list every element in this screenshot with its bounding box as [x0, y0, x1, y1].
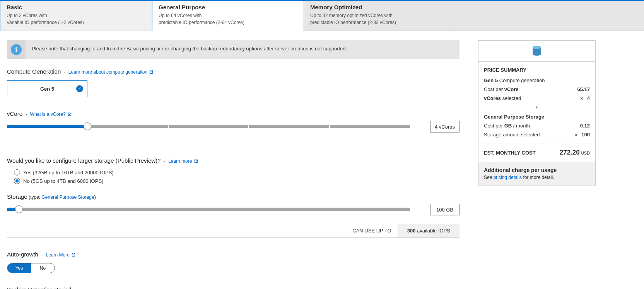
- storage-slider-thumb[interactable]: [15, 205, 23, 213]
- summary-additional-text: See pricing details for more detail.: [484, 175, 590, 180]
- tab-general-line2: predictable IO performance (2-64 vCores): [159, 19, 297, 26]
- vcore-label: vCore: [7, 110, 22, 117]
- summary-total-label: EST. MONTHLY COST: [484, 150, 536, 156]
- vcore-link[interactable]: What is a vCore?: [30, 112, 72, 117]
- info-banner: i Please note that changing to and from …: [7, 40, 460, 59]
- summary-additional-heading: Additional charge per usage: [484, 167, 590, 173]
- pricing-details-link[interactable]: pricing details: [494, 175, 522, 180]
- external-link-icon: [67, 112, 72, 117]
- tab-spacer: [456, 1, 644, 31]
- compute-generation-section: Compute Generation - Learn more about co…: [7, 68, 460, 97]
- larger-storage-radio-yes[interactable]: Yes (32GB up to 16TB and 20000 IOPS): [14, 169, 460, 175]
- database-icon: [532, 45, 542, 57]
- autogrowth-toggle-no: No: [31, 263, 55, 273]
- radio-icon: [14, 169, 20, 175]
- price-summary-icon-box: [478, 41, 595, 62]
- summary-vcores-selected-value: x 4: [580, 95, 590, 101]
- autogrowth-toggle-yes: Yes: [7, 263, 31, 273]
- backup-retention-label: Backup Retention Period: [7, 286, 71, 289]
- pricing-tier-tabs: Basic Up to 2 vCores with Variable IO pe…: [0, 0, 644, 31]
- larger-storage-radio-no[interactable]: No (5GB up to 4TB and 6000 IOPS): [14, 178, 460, 184]
- compute-gen-label: Compute Generation: [7, 68, 61, 75]
- vcore-section: vCore - What is a vCore? 4 vCores: [7, 110, 460, 132]
- tab-basic-title: Basic: [7, 4, 145, 10]
- summary-gen-label: Gen 5 Compute generation: [484, 77, 545, 83]
- tab-general-line1: Up to 64 vCores with: [159, 12, 297, 19]
- summary-cost-gb-value: 0.12: [580, 123, 590, 129]
- storage-value: 100 GB: [430, 204, 460, 215]
- svg-point-1: [533, 46, 541, 49]
- storage-section: Storage (type: General Purpose Storage) …: [7, 193, 460, 238]
- compute-gen-card-gen5[interactable]: Gen 5: [7, 80, 87, 97]
- plus-divider: +: [484, 104, 590, 110]
- iops-label: CAN USE UP TO: [346, 224, 397, 237]
- iops-row: CAN USE UP TO 300 available IOPS: [7, 224, 460, 238]
- storage-slider[interactable]: [7, 208, 410, 212]
- info-banner-text: Please note that changing to and from th…: [26, 40, 353, 59]
- price-summary-panel: PRICE SUMMARY Gen 5 Compute generation C…: [478, 40, 596, 186]
- autogrowth-link[interactable]: Learn More: [46, 252, 75, 258]
- external-link-icon: [193, 158, 198, 164]
- iops-value: 300 available IOPS: [398, 224, 460, 237]
- tab-memory-title: Memory Optimized: [310, 4, 449, 10]
- vcore-value: 4 vCores: [430, 121, 460, 132]
- compute-gen-selected: Gen 5: [40, 86, 54, 92]
- info-icon: i: [11, 44, 22, 55]
- autogrowth-toggle[interactable]: Yes No: [7, 263, 55, 273]
- summary-cost-vcore-label: Cost per vCore: [484, 86, 519, 92]
- price-summary-title: PRICE SUMMARY: [484, 67, 590, 73]
- external-link-icon: [71, 252, 75, 258]
- tab-memory-line2: predictable IO performance (2-32 vCores): [310, 19, 449, 26]
- tab-memory-line1: Up to 32 memory optimized vCores with: [310, 12, 449, 19]
- larger-storage-label: Would you like to configure larger stora…: [7, 157, 161, 164]
- summary-storage-selected-value: x 100: [575, 132, 590, 138]
- tab-general-title: General Purpose: [159, 4, 297, 10]
- summary-storage-selected-label: Storage amount selected: [484, 132, 540, 138]
- vcore-slider[interactable]: [7, 125, 410, 129]
- autogrowth-section: Auto-growth - Learn More Yes No: [7, 251, 460, 273]
- checkmark-icon: [76, 85, 83, 92]
- compute-gen-link[interactable]: Learn more about compute generation: [68, 69, 153, 75]
- storage-type-link[interactable]: General Purpose Storage: [42, 194, 94, 200]
- summary-cost-gb-label: Cost per GB / month: [484, 123, 530, 129]
- summary-total-value: 272.20USD: [560, 149, 590, 157]
- autogrowth-label: Auto-growth: [7, 251, 38, 258]
- vcore-slider-thumb[interactable]: [84, 122, 91, 130]
- larger-storage-link[interactable]: Learn more: [168, 158, 198, 164]
- tab-memory-optimized[interactable]: Memory Optimized Up to 32 memory optimiz…: [304, 1, 456, 31]
- storage-label: Storage: [7, 193, 27, 200]
- info-icon-box: i: [7, 40, 26, 59]
- larger-storage-section: Would you like to configure larger stora…: [7, 157, 460, 184]
- larger-storage-no-label: No (5GB up to 4TB and 6000 IOPS): [23, 178, 103, 184]
- summary-cost-vcore-value: 65.17: [577, 86, 590, 92]
- tab-basic-line1: Up to 2 vCores with: [7, 12, 145, 19]
- summary-vcores-selected-label: vCores selected: [484, 95, 521, 101]
- tab-general-purpose[interactable]: General Purpose Up to 64 vCores with pre…: [152, 1, 304, 31]
- larger-storage-yes-label: Yes (32GB up to 16TB and 20000 IOPS): [23, 170, 114, 175]
- radio-icon: [14, 178, 20, 184]
- tab-basic-line2: Variable IO performance (1-2 vCores): [7, 19, 145, 26]
- external-link-icon: [149, 69, 153, 75]
- tab-basic[interactable]: Basic Up to 2 vCores with Variable IO pe…: [0, 1, 152, 31]
- summary-storage-heading: General Purpose Storage: [484, 114, 544, 120]
- backup-retention-section: Backup Retention Period 7 Days: [7, 286, 460, 289]
